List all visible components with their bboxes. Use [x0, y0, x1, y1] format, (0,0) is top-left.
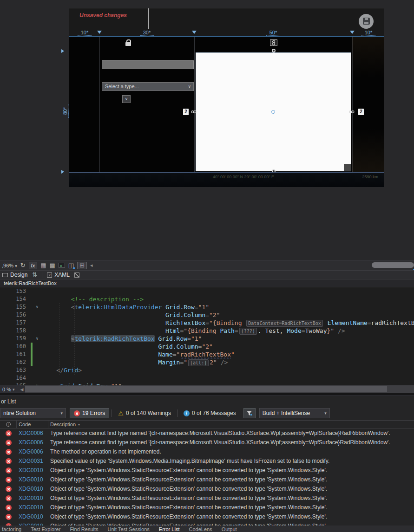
scroll-left-icon[interactable]: ◀ — [19, 387, 26, 392]
column-divider-marker[interactable] — [350, 31, 355, 34]
code-line[interactable]: 155∨ <telerik:HtmlDataProvider Grid.Row=… — [0, 303, 414, 311]
error-code[interactable]: XDG0010 — [17, 503, 48, 512]
anchor-right-icon[interactable] — [348, 109, 355, 115]
anchor-top-icon[interactable] — [270, 39, 277, 46]
show-grid-button[interactable]: ▦ — [40, 262, 46, 269]
messages-toggle[interactable]: i 0 of 76 Messages — [180, 408, 240, 418]
margin-right-badge[interactable]: 2 — [358, 109, 364, 115]
filter-button[interactable] — [243, 408, 256, 418]
code-line[interactable]: 153 — [0, 287, 414, 295]
error-row[interactable]: XDG0010Object of type 'System.Windows.St… — [0, 466, 414, 475]
error-code[interactable]: XDG0006 — [17, 447, 48, 456]
error-code[interactable]: XDG0006 — [17, 438, 48, 447]
error-row[interactable]: XDG0010Object of type 'System.Windows.St… — [0, 493, 414, 503]
error-code[interactable]: XDG0010 — [17, 512, 48, 521]
code-line[interactable]: 158 Html="{Binding Path=(???). Test, Mod… — [0, 327, 414, 335]
collapse-toolbar-icon[interactable]: ◂ — [90, 262, 93, 268]
error-row[interactable]: XDG0006The method or operation is not im… — [0, 447, 414, 456]
error-code[interactable]: XDG0010 — [17, 493, 48, 503]
fold-chevron-icon[interactable]: ∨ — [33, 335, 42, 343]
error-code[interactable]: XDG0010 — [17, 484, 48, 493]
margin-left-badge[interactable]: 2 — [183, 109, 189, 115]
code-column-header[interactable]: Code — [17, 421, 48, 428]
xaml-element-breadcrumb[interactable]: telerik:RadRichTextBox — [0, 279, 414, 287]
error-row[interactable]: XDG0010Object of type 'System.Windows.St… — [0, 484, 414, 493]
column-width-label-3[interactable]: 10* — [361, 30, 375, 36]
error-row[interactable]: XDG0006Type reference cannot find type n… — [0, 428, 414, 438]
panel-tab-factoring[interactable]: factoring — [2, 526, 21, 532]
panel-tab-unit-test-sessions[interactable]: Unit Test Sessions — [108, 526, 150, 532]
scope-filter-dropdown[interactable]: ntire Solution ▾ — [0, 408, 66, 418]
code-line[interactable]: 156 Grid.Column="2" — [0, 311, 414, 319]
row-marker[interactable] — [61, 170, 64, 174]
save-button[interactable] — [359, 14, 374, 29]
panel-tab-codelens[interactable]: CodeLens — [189, 526, 212, 532]
error-code[interactable]: XDG0010 — [17, 466, 48, 475]
errors-toggle[interactable]: 19 Errors — [70, 408, 109, 418]
code-line[interactable]: 157 RichTextBox="{Binding DataContext=Ra… — [0, 319, 414, 327]
artboard-background-button[interactable] — [59, 263, 65, 268]
column-divider-marker[interactable] — [97, 31, 102, 34]
tab-xaml[interactable]: xXAML — [47, 272, 70, 278]
snap-grid-button[interactable]: ▩ — [49, 262, 55, 269]
panel-tab-error-list[interactable]: Error List — [159, 526, 180, 532]
anchor-left-icon[interactable] — [190, 109, 197, 115]
error-code[interactable]: XDG0010 — [17, 475, 48, 484]
code-line[interactable]: 160 Grid.Column="2" — [0, 343, 414, 350]
designer-horizontal-scrollbar[interactable] — [372, 262, 414, 268]
resize-handle-top[interactable] — [272, 49, 276, 52]
panel-tab-find-results[interactable]: Find Results — [70, 526, 98, 532]
warnings-toggle[interactable]: ⚠ 0 of 140 Warnings — [114, 408, 175, 418]
error-row[interactable]: XDG0010Object of type 'System.Windows.St… — [0, 503, 414, 512]
error-code[interactable]: XDG0006 — [17, 428, 48, 438]
panel-tab-output[interactable]: Output — [222, 526, 237, 532]
code-line[interactable]: 159∨ <telerik:RadRichTextBox Grid.Row="1… — [0, 335, 414, 343]
fold-chevron-icon[interactable]: ∨ — [33, 382, 42, 385]
error-row[interactable]: XDG0006Type reference cannot find type n… — [0, 438, 414, 447]
fold-spacer — [33, 343, 42, 350]
code-line[interactable]: 163 </Grid> — [0, 366, 414, 374]
column-width-label-1[interactable]: 30* — [140, 30, 154, 36]
tab-design[interactable]: Design — [2, 272, 27, 278]
column-width-label-0[interactable]: 10* — [78, 30, 92, 36]
caret-down-icon[interactable]: ▾ — [13, 387, 19, 392]
error-description: Object of type 'System.Windows.StaticRes… — [48, 476, 414, 483]
code-line[interactable]: 154 <!-- description --> — [0, 295, 414, 303]
error-row[interactable]: XDG0031Specified value of type 'System.W… — [0, 456, 414, 466]
design-artboard[interactable]: Unsaved changes 10* 30* 50* 10* Select a… — [69, 8, 384, 187]
error-row[interactable]: XDG0010Object of type 'System.Windows.St… — [0, 512, 414, 521]
source-dropdown[interactable]: Build + IntelliSense ▾ — [259, 408, 330, 418]
panel-tab-test-explorer[interactable]: Test Explorer — [31, 526, 60, 532]
effects-toggle-button[interactable]: fx — [29, 262, 38, 269]
fold-chevron-icon[interactable]: ∨ — [33, 303, 42, 311]
corner-element[interactable] — [344, 164, 351, 171]
code-line[interactable]: 164 — [0, 374, 414, 382]
zoom-combo[interactable]: ,96% ▾ — [2, 263, 17, 268]
dropdown-button[interactable]: ∨ — [122, 95, 131, 103]
refresh-button[interactable]: ↻ — [20, 262, 26, 269]
code-line[interactable]: 161 Name="radRichTextBox" — [0, 350, 414, 358]
code-line[interactable]: 162 Margin="[all:]2" /> — [0, 358, 414, 366]
combobox-control[interactable]: Select a type... ∨ — [102, 82, 194, 91]
design-surface[interactable]: Unsaved changes 10* 30* 50* 10* Select a… — [0, 0, 414, 260]
scrollbar-thumb[interactable] — [25, 386, 387, 392]
error-description: Object of type 'System.Windows.StaticRes… — [48, 486, 414, 492]
editor-zoom-select[interactable]: 0 % — [0, 387, 13, 392]
error-code[interactable]: XDG0031 — [17, 456, 48, 466]
column-divider-marker[interactable] — [192, 31, 197, 34]
center-anchor-handle[interactable] — [271, 110, 275, 114]
popout-editor-button[interactable] — [74, 272, 79, 278]
snaplines-button[interactable]: ◫ — [68, 262, 74, 269]
severity-column-header[interactable]: ! — [0, 421, 17, 428]
snap-to-snaplines-button[interactable]: ⊞ — [77, 262, 87, 269]
code-line[interactable]: 165∨ <Grid Grid.Row="1"> — [0, 382, 414, 385]
column-width-label-2[interactable]: 50* — [266, 30, 280, 36]
xaml-code-editor[interactable]: 153154 <!-- description -->155∨ <telerik… — [0, 287, 414, 385]
error-row[interactable]: XDG0010Object of type 'System.Windows.St… — [0, 475, 414, 484]
row-marker[interactable] — [61, 49, 64, 53]
textbox-control[interactable] — [102, 60, 194, 69]
swap-panes-button[interactable]: ⇅ — [32, 272, 37, 278]
description-column-header[interactable]: Description ▾ — [48, 422, 414, 427]
editor-horizontal-scrollbar[interactable] — [25, 385, 414, 393]
row-height-label[interactable]: 80* — [62, 104, 69, 118]
